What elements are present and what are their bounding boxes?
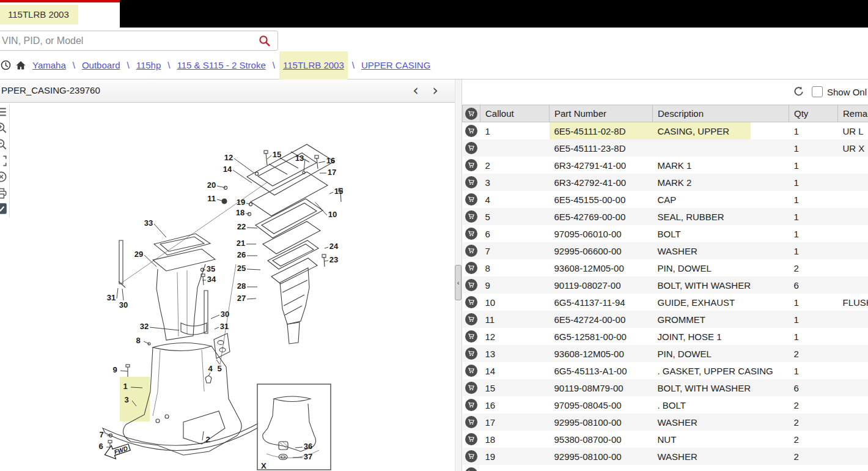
- column-header-description[interactable]: Description: [653, 105, 789, 122]
- column-header-remarks[interactable]: Rema: [838, 105, 868, 122]
- table-row[interactable]: 11 6E5-42724-00-00 GROMMET 1: [463, 311, 868, 328]
- table-row[interactable]: 10 6G5-41137-11-94 GUIDE, EXHAUST 1 FLUS…: [463, 294, 868, 311]
- add-to-cart-cell[interactable]: [463, 259, 480, 276]
- diagram-callout[interactable]: 22: [237, 222, 246, 231]
- zoom-out-button[interactable]: [0, 138, 8, 151]
- diagram-callout[interactable]: 1: [123, 382, 127, 391]
- diagram-canvas[interactable]: FWD X 1215131617142011151019182221262528…: [10, 103, 455, 471]
- breadcrumb-link[interactable]: 115hp: [134, 60, 164, 70]
- add-to-cart-cell[interactable]: [463, 396, 480, 414]
- splitter-collapse-handle[interactable]: ‹: [455, 265, 462, 300]
- table-row[interactable]: 6E5-45111-23-8D 1 UR X: [463, 139, 868, 157]
- add-to-cart-cell[interactable]: [463, 191, 480, 208]
- diagram-callout[interactable]: 13: [295, 154, 304, 163]
- add-to-cart-cell[interactable]: [463, 242, 480, 259]
- zoom-in-button[interactable]: [0, 121, 8, 135]
- table-row[interactable]: 9 90119-08027-00 BOLT, WITH WASHER 6: [463, 276, 868, 294]
- table-row[interactable]: [463, 465, 868, 471]
- table-row[interactable]: 3 6R3-42792-41-00 MARK 2 1: [463, 174, 868, 191]
- table-row[interactable]: 5 6E5-42769-00-00 SEAL, RUBBER 1: [463, 208, 868, 225]
- diagram-callout[interactable]: 17: [328, 168, 336, 177]
- home-icon[interactable]: [15, 60, 26, 70]
- model-tab[interactable]: 115TLRB 2003: [0, 2, 120, 28]
- diagram-callout[interactable]: 37: [304, 452, 312, 461]
- add-to-cart-cell[interactable]: [463, 157, 480, 174]
- breadcrumb-link[interactable]: 115 & S115 - 2 Stroke: [174, 60, 268, 70]
- breadcrumb-link[interactable]: UPPER CASING: [359, 60, 433, 70]
- diagram-callout[interactable]: 20: [207, 180, 216, 190]
- fit-screen-button[interactable]: [0, 154, 8, 168]
- add-to-cart-cell[interactable]: [463, 465, 480, 471]
- select-mode-button[interactable]: [0, 202, 8, 215]
- menu-button[interactable]: [0, 105, 8, 119]
- diagram-callout[interactable]: 2: [205, 435, 210, 444]
- diagram-callout[interactable]: 6: [98, 442, 103, 451]
- diagram-callout[interactable]: 31: [107, 293, 116, 302]
- table-row[interactable]: 7 92995-06600-00 WASHER 1: [463, 242, 868, 259]
- table-row[interactable]: 14 6G5-45113-A1-00 . GASKET, UPPER CASIN…: [463, 362, 868, 379]
- column-header-callout[interactable]: Callout: [480, 105, 550, 122]
- diagram-callout[interactable]: 8: [136, 336, 140, 345]
- diagram-callout[interactable]: 32: [140, 322, 149, 331]
- add-to-cart-cell[interactable]: [463, 414, 480, 431]
- diagram-callout[interactable]: 14: [223, 165, 232, 174]
- diagram-callout[interactable]: 10: [328, 210, 337, 219]
- diagram-callout[interactable]: 36: [304, 442, 312, 451]
- diagram-callout[interactable]: 11: [207, 194, 216, 203]
- add-to-cart-cell[interactable]: [463, 311, 480, 328]
- diagram-callout[interactable]: 21: [237, 239, 245, 248]
- diagram-callout[interactable]: 15: [273, 150, 281, 159]
- diagram-callout[interactable]: 7: [99, 430, 103, 439]
- table-row[interactable]: 13 93608-12M05-00 PIN, DOWEL 2: [463, 345, 868, 362]
- table-row[interactable]: 8 93608-12M05-00 PIN, DOWEL 2: [463, 259, 868, 276]
- diagram-callout[interactable]: 25: [237, 264, 246, 273]
- add-to-cart-cell[interactable]: [463, 362, 480, 379]
- add-to-cart-cell[interactable]: [463, 345, 480, 362]
- table-row[interactable]: 18 95380-08700-00 NUT 2: [463, 431, 868, 448]
- breadcrumb-link[interactable]: Yamaha: [30, 60, 68, 70]
- add-to-cart-cell[interactable]: [463, 174, 480, 191]
- table-row[interactable]: 1 6E5-45111-02-8D CASING, UPPER 1 UR L: [463, 122, 868, 140]
- breadcrumb-link[interactable]: Outboard: [79, 60, 123, 70]
- add-to-cart-cell[interactable]: [463, 225, 480, 242]
- diagram-callout[interactable]: 3: [124, 395, 128, 404]
- diagram-callout[interactable]: 35: [207, 264, 215, 273]
- table-row[interactable]: 4 6E5-45155-00-00 CAP 1: [463, 191, 868, 208]
- add-to-cart-cell[interactable]: [463, 448, 480, 465]
- diagram-callout[interactable]: 4: [208, 364, 213, 373]
- add-to-cart-cell[interactable]: [463, 328, 480, 345]
- diagram-callout[interactable]: 9: [112, 365, 117, 374]
- reset-zoom-button[interactable]: [0, 170, 8, 184]
- add-to-cart-cell[interactable]: [463, 122, 480, 140]
- table-row[interactable]: 6 97095-06010-00 BOLT 1: [463, 225, 868, 242]
- show-only-checkbox[interactable]: [812, 86, 823, 97]
- diagram-callout[interactable]: 16: [326, 156, 335, 165]
- diagram-callout[interactable]: 27: [237, 294, 246, 303]
- add-to-cart-cell[interactable]: [463, 379, 480, 396]
- search-icon[interactable]: [259, 35, 271, 47]
- diagram-callout[interactable]: 34: [207, 275, 216, 284]
- add-to-cart-cell[interactable]: [463, 276, 480, 294]
- diagram-callout[interactable]: 19: [237, 198, 245, 207]
- column-header-part-number[interactable]: Part Number: [550, 105, 653, 122]
- next-diagram-button[interactable]: ›: [427, 81, 444, 100]
- refresh-button[interactable]: [792, 85, 806, 98]
- history-icon[interactable]: [1, 60, 11, 70]
- table-row[interactable]: 19 92995-08100-00 WASHER 2: [463, 448, 868, 465]
- table-row[interactable]: 17 92995-08100-00 WASHER 2: [463, 414, 868, 431]
- column-header-qty[interactable]: Qty: [789, 105, 838, 122]
- print-button[interactable]: [0, 186, 8, 199]
- diagram-callout[interactable]: 31: [220, 322, 229, 331]
- search-input[interactable]: [0, 31, 259, 50]
- diagram-callout[interactable]: 24: [329, 242, 339, 251]
- add-to-cart-cell[interactable]: [463, 431, 480, 448]
- table-row[interactable]: 12 6G5-12581-00-00 JOINT, HOSE 1 1: [463, 328, 868, 345]
- diagram-callout[interactable]: 29: [134, 250, 143, 259]
- diagram-callout[interactable]: 5: [217, 364, 221, 373]
- diagram-callout[interactable]: 33: [144, 218, 153, 228]
- table-row[interactable]: 2 6R3-42791-41-00 MARK 1 1: [463, 157, 868, 174]
- diagram-callout[interactable]: 30: [119, 300, 128, 310]
- breadcrumb-link[interactable]: 115TLRB 2003: [279, 51, 348, 80]
- prev-diagram-button[interactable]: ‹: [407, 81, 424, 100]
- diagram-callout[interactable]: 23: [329, 255, 338, 264]
